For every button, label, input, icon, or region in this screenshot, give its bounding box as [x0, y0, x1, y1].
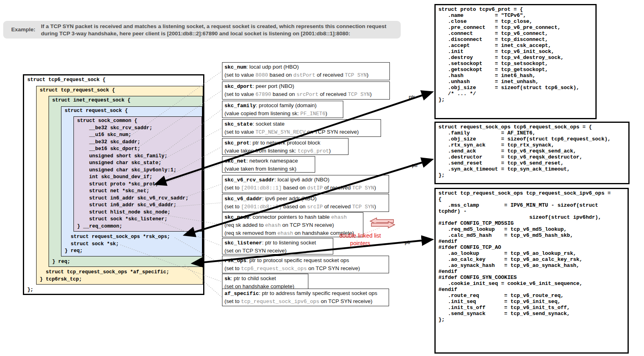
annotation-box-skc-family: skc_family: protocol family (domain)(val…	[222, 101, 343, 118]
double-linked-list-arrows-icon	[370, 218, 395, 228]
struct-sock-common-box: struct sock_common { __be32 skc_rcv_sadd…	[73, 116, 202, 232]
struct-request-sock-title: struct request_sock {	[61, 108, 202, 115]
diagram-canvas: Example: If a TCP SYN packet is received…	[0, 0, 644, 356]
annotation-line: skc_net: network namespace	[224, 157, 313, 165]
annotation-line: (set to value 67890 based on srcPort of …	[224, 90, 387, 98]
annotation-line: (req sk added to ehash on TCP SYN receiv…	[224, 221, 361, 229]
annotation-box-sk: sk: ptr to child socket(set on handshake…	[222, 274, 308, 290]
struct-tcp-request-sock-title: struct tcp_request_sock {	[37, 87, 203, 94]
annotation-line: (set to value TCP_NEW_SYN_RECV on TCP SY…	[224, 128, 379, 136]
ptr-label-3: ptr	[405, 239, 411, 245]
annotation-line: (value taken from listening sk)	[224, 165, 313, 173]
annotation-line: rsk_ops: ptr to protocol specific reques…	[224, 256, 387, 264]
struct-tcp6-request-sock-title: struct tcp6_request_sock {	[24, 75, 203, 84]
annotation-line: skc_state: socket state	[224, 120, 379, 128]
annotation-line: (value copied from listening sk: PF_INET…	[224, 110, 341, 118]
code-tcp-request-sock-ipv6-ops: struct tcp_request_sock_ops tcp_request_…	[438, 190, 625, 323]
annotation-line: (set to [2001:db8::1] based on dstIP of …	[224, 184, 387, 192]
code-tcpv6-prot: struct proto tcpv6_prot = { .name = "TCP…	[438, 6, 593, 103]
struct-sock-common-fields: struct sock_common { __be32 skc_rcv_sadd…	[74, 118, 202, 230]
annotation-line: skc_dport: peer port (NBO)	[224, 82, 387, 90]
struct-inet-request-sock-trailer: } req;	[49, 258, 202, 266]
annotation-line: af_specific: ptr to address family speci…	[224, 289, 387, 297]
struct-inet-request-sock-box: struct inet_request_sock { struct reques…	[49, 96, 203, 267]
code-box-tcp6-request-sock-ops: struct request_sock_ops tcp6_request_soc…	[434, 122, 630, 184]
annotation-box-skc-v6-rcv-saddr: skc_v6_rcv_saddr: local ipv6 addr (NBO)(…	[222, 175, 389, 193]
example-banner: Example: If a TCP SYN packet is received…	[3, 21, 401, 39]
annotation-box-rsk-ops: rsk_ops: ptr to protocol specific reques…	[222, 256, 389, 273]
annotation-line: skc_v6_rcv_saddr: local ipv6 addr (NBO)	[224, 176, 387, 184]
annotation-box-skc-num: skc_num: local udp port (HBO)(set to val…	[222, 62, 390, 80]
annotation-line: skc_num: local udp port (HBO)	[224, 63, 387, 71]
annotation-line: (set on TCP SYN receive)	[224, 247, 331, 254]
annotation-box-skc-dport: skc_dport: peer port (NBO)(set to value …	[222, 81, 390, 100]
annotation-line: skc_v6_daddr: ipv6 peer addr (NBO)	[224, 195, 387, 203]
example-label: Example:	[11, 26, 35, 33]
double-linked-list-note: double linked list pointers	[324, 232, 396, 247]
struct-tcp-request-sock-box: struct tcp_request_sock { struct inet_re…	[36, 86, 203, 285]
annotation-box-skc-v6-daddr: skc_v6_daddr: ipv6 peer addr (NBO)(set t…	[222, 194, 389, 212]
annotation-line: skc_family: protocol family (domain)	[224, 102, 341, 110]
annotation-line: skc_node: connector pointers to hash tab…	[224, 213, 361, 221]
annotation-line: (set to [2001:db8::2] based on srcIP of …	[224, 203, 387, 211]
annotation-box-skc-prot: skc_prot: ptr to network protocol block(…	[222, 138, 348, 155]
annotation-box-skc-state: skc_state: socket state(set to value TCP…	[222, 119, 381, 137]
annotation-box-skc-net: skc_net: network namespace(value taken f…	[222, 156, 315, 173]
ptr-label-1: ptr	[409, 94, 415, 100]
annotation-line: (set to tcp_request_sock_ipv6_ops on TCP…	[224, 297, 387, 305]
struct-inet-request-sock-title: struct inet_request_sock {	[49, 97, 202, 104]
annotation-line: (value taken from listening sk: tcpv6_pr…	[224, 147, 346, 155]
struct-request-sock-box: struct request_sock { struct sock_common…	[61, 106, 202, 256]
annotation-line: (set to value 8080 based on dstPort of r…	[224, 71, 387, 79]
example-text: If a TCP SYN packet is received and matc…	[41, 23, 386, 37]
struct-tcp6-request-sock-trailer: };	[24, 287, 203, 294]
struct-tcp-request-sock-trailer: struct tcp_request_sock_ops *af_specific…	[37, 269, 203, 283]
annotation-line: skc_prot: ptr to network protocol block	[224, 139, 346, 147]
annotation-line: sk: ptr to child socket	[224, 275, 306, 283]
annotation-line: (set to tcp6_request_sock_ops on TCP SYN…	[224, 264, 387, 273]
code-box-tcpv6-prot: struct proto tcpv6_prot = { .name = "TCP…	[434, 4, 597, 119]
annotation-box-af-specific: af_specific: ptr to address family speci…	[222, 289, 389, 306]
annotation-box-skc-listener: skc_listener: ptr to listening socket(se…	[222, 238, 333, 254]
struct-tcp6-request-sock-box: struct tcp6_request_sock { struct tcp_re…	[23, 74, 204, 295]
struct-request-sock-trailer: struct request_sock_ops *rsk_ops; struct…	[61, 234, 202, 255]
code-tcp6-request-sock-ops: struct request_sock_ops tcp6_request_soc…	[438, 124, 626, 178]
code-box-tcp-request-sock-ipv6-ops: struct tcp_request_sock_ops tcp_request_…	[434, 188, 629, 354]
ptr-label-2: ptr	[412, 162, 418, 168]
annotation-line: skc_listener: ptr to listening socket	[224, 239, 331, 247]
